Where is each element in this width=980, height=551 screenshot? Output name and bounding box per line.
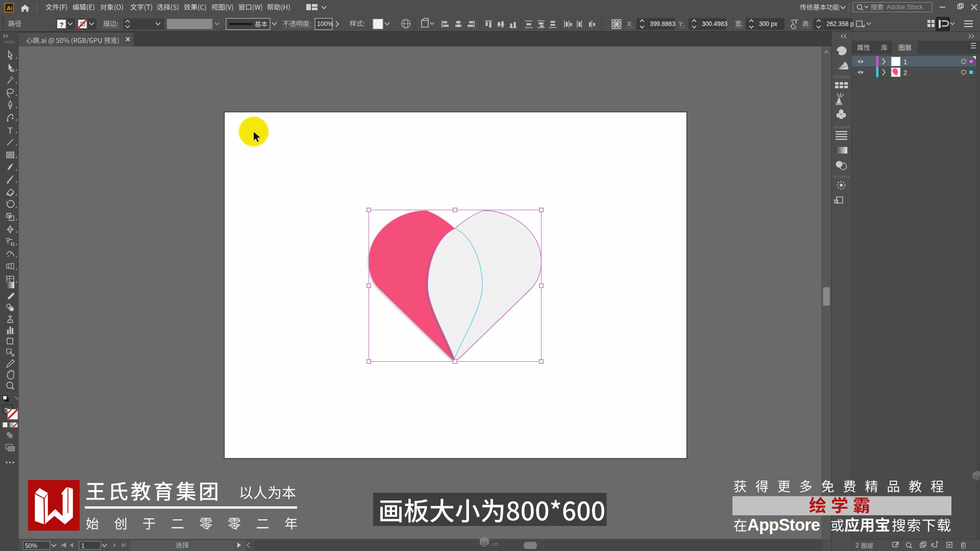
svg-text:2: 2	[903, 69, 907, 77]
svg-text:Adobe Stock: Adobe Stock	[887, 4, 923, 11]
svg-text:300 px: 300 px	[759, 20, 777, 28]
svg-text:·cn: ·cn	[491, 541, 498, 547]
svg-text:T: T	[8, 126, 13, 136]
svg-text:100%: 100%	[317, 20, 333, 28]
svg-text:50%: 50%	[25, 542, 37, 549]
svg-text:262.358 p: 262.358 p	[826, 20, 854, 28]
svg-text:1: 1	[903, 58, 907, 66]
svg-text:?: ?	[60, 21, 63, 29]
svg-text:300.4983: 300.4983	[702, 20, 727, 28]
svg-text:399.8863: 399.8863	[650, 20, 675, 28]
svg-text:Ui: Ui	[482, 541, 487, 547]
svg-text:Ai: Ai	[7, 5, 12, 11]
svg-text:AppStore: AppStore	[747, 516, 820, 534]
svg-text:Ui: Ui	[975, 474, 980, 481]
svg-text:1: 1	[81, 542, 85, 549]
svg-text:2: 2	[855, 542, 859, 549]
